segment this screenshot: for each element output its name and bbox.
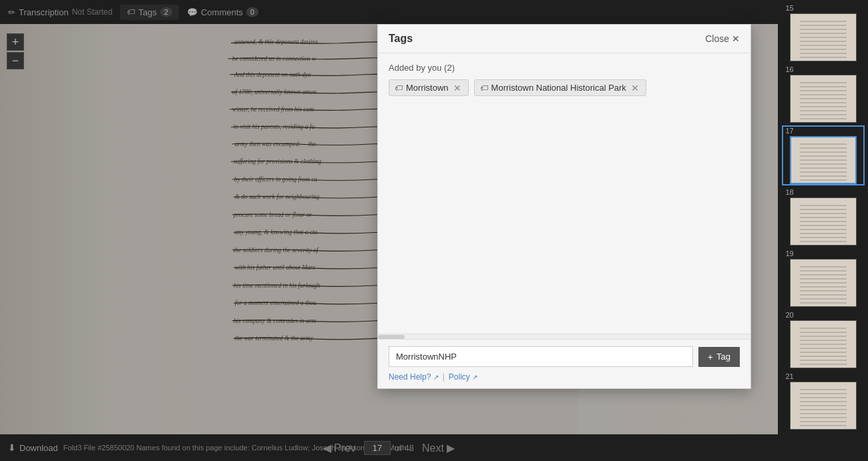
- close-modal-button[interactable]: Close ✕: [705, 33, 740, 44]
- tag-label-icon: 🏷: [480, 83, 488, 93]
- thumbnail-panel: 15 16 17 18 19 20: [778, 0, 868, 461]
- thumbnail-item[interactable]: 20: [783, 311, 863, 368]
- thumbnail-number: 19: [783, 250, 794, 258]
- tag-remove-button[interactable]: ✕: [452, 83, 463, 93]
- svg-rect-19: [793, 16, 853, 59]
- thumbnail-image: [790, 13, 857, 61]
- add-tag-label: Tag: [716, 352, 730, 362]
- svg-rect-74: [793, 323, 853, 366]
- tag-chip: 🏷Morristown National Historical Park✕: [474, 79, 646, 96]
- thumbnail-image: [790, 197, 857, 246]
- tag-label: Morristown National Historical Park: [491, 83, 626, 93]
- thumbnail-image: [790, 382, 857, 430]
- added-by-label: Added by you (2): [389, 63, 740, 73]
- thumbnail-image: [790, 136, 857, 184]
- add-tag-row: + Tag: [389, 346, 740, 367]
- thumbnail-number: 17: [783, 127, 794, 135]
- tags-modal: Tags Close ✕ Added by you (2) 🏷Morristow…: [377, 24, 751, 389]
- policy-label: Policy: [449, 372, 470, 382]
- tag-chip: 🏷Morristown✕: [389, 79, 469, 96]
- viewer-area: ✏ Transcription Not Started 🏷 Tags 2 💬 C…: [0, 0, 778, 461]
- horizontal-scrollbar[interactable]: [378, 334, 750, 339]
- need-help-label: Need Help?: [389, 372, 431, 382]
- help-row: Need Help? ↗ | Policy ↗: [389, 372, 740, 382]
- modal-header: Tags Close ✕: [378, 25, 750, 53]
- close-icon: ✕: [732, 33, 740, 44]
- thumbnail-item[interactable]: 18: [783, 188, 863, 246]
- thumbnail-number: 18: [783, 188, 794, 196]
- svg-rect-41: [793, 139, 853, 182]
- add-tag-button[interactable]: + Tag: [698, 347, 740, 367]
- tag-label: Morristown: [406, 83, 449, 93]
- policy-external-link-icon: ↗: [472, 374, 477, 381]
- thumbnail-number: 15: [783, 4, 794, 12]
- thumbnail-item[interactable]: 19: [783, 250, 863, 307]
- thumbnail-item[interactable]: 17: [783, 127, 863, 184]
- thumbnail-number: 20: [783, 311, 794, 319]
- need-help-link[interactable]: Need Help? ↗: [389, 372, 439, 382]
- thumbnail-number: 16: [783, 65, 794, 73]
- thumbnail-image: [790, 75, 857, 123]
- tag-remove-button[interactable]: ✕: [630, 83, 640, 93]
- modal-footer: + Tag Need Help? ↗ | Policy ↗: [378, 339, 750, 388]
- thumbnail-item[interactable]: 15: [783, 4, 863, 61]
- svg-rect-30: [793, 77, 853, 121]
- tag-label-icon: 🏷: [395, 83, 403, 93]
- thumbnail-image: [790, 259, 857, 307]
- separator: |: [443, 372, 445, 382]
- close-label: Close: [705, 33, 729, 44]
- plus-icon: +: [708, 352, 713, 362]
- modal-overlay: Tags Close ✕ Added by you (2) 🏷Morristow…: [0, 0, 778, 461]
- svg-rect-63: [793, 262, 853, 305]
- tags-container: 🏷Morristown✕🏷Morristown National Histori…: [389, 79, 740, 96]
- thumbnail-image: [790, 320, 857, 368]
- svg-rect-85: [793, 384, 853, 428]
- external-link-icon: ↗: [433, 374, 439, 381]
- tag-input[interactable]: [389, 346, 693, 367]
- thumbnail-item[interactable]: 16: [783, 65, 863, 123]
- thumbnail-number: 21: [783, 372, 794, 380]
- modal-body: Added by you (2) 🏷Morristown✕🏷Morristown…: [378, 53, 750, 334]
- thumbnail-item[interactable]: 21: [783, 372, 863, 430]
- svg-rect-52: [793, 200, 853, 244]
- policy-link[interactable]: Policy ↗: [449, 372, 477, 382]
- modal-title: Tags: [389, 33, 413, 45]
